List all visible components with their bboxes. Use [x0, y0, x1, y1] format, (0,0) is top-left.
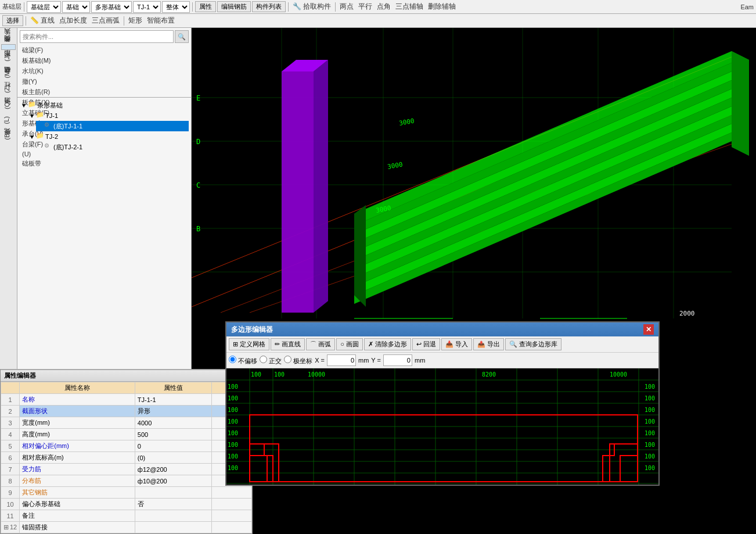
prop-cell-value[interactable]: ф12@200 — [135, 464, 211, 475]
nav-item-l[interactable]: (L) — [1, 113, 16, 127]
nav-item-component-type[interactable]: 构件类型 — [1, 44, 16, 50]
three-point-axis-btn[interactable]: 三点辅轴 — [394, 1, 425, 12]
tj-dropdown[interactable]: TJ-1 — [133, 1, 161, 13]
prop-row-9[interactable]: 10 偏心杀形基础 否 — [1, 499, 252, 510]
prop-row-11[interactable]: ⊞12 锚固搭接 — [1, 522, 252, 533]
nav-item-settings[interactable]: 设置 — [1, 30, 16, 36]
svg-rect-24 — [282, 71, 314, 313]
prop-cell-name: 分布筋 — [20, 475, 135, 487]
prop-cell-value[interactable]: 4000 — [135, 417, 211, 429]
prop-row-7[interactable]: 8 分布筋 ф10@200 — [1, 475, 252, 487]
tree-item-tj2[interactable]: ▼ 📁 TJ-2 — [28, 131, 189, 142]
nav-item-slab-base[interactable]: 板基础(M) — [1, 66, 16, 81]
property-btn[interactable]: 属性 — [195, 1, 216, 12]
expand-icon[interactable]: ⊞ — [3, 524, 9, 531]
svg-text:100: 100 — [228, 453, 238, 460]
nav-item-shell[interactable]: 壳板(B) — [1, 128, 16, 143]
prop-cell-value[interactable]: 0 — [135, 440, 211, 452]
svg-text:100: 100 — [645, 442, 655, 448]
prop-row-2[interactable]: 3 宽度(mm) 4000 — [1, 417, 252, 429]
pe-ortho-label[interactable]: 正交 — [260, 356, 282, 365]
type-item-water-pit[interactable]: 水坑(K) — [20, 66, 189, 76]
point-add-len-btn[interactable]: 点加长度 — [57, 15, 89, 26]
pe-polar-radio[interactable] — [284, 356, 291, 363]
prop-cell-value[interactable] — [135, 487, 211, 499]
edit-rebar-btn[interactable]: 编辑钢筋 — [217, 1, 251, 12]
prop-row-8[interactable]: 9 其它钢筋 — [1, 487, 252, 499]
svg-text:100: 100 — [228, 430, 238, 436]
tree-toggle-root[interactable]: ▼ — [21, 102, 28, 109]
smart-layout-btn[interactable]: 智能布置 — [145, 15, 177, 26]
pe-query-lib-btn[interactable]: 🔍 查询多边形库 — [505, 338, 561, 350]
prop-cell-value[interactable]: ф10@200 — [135, 475, 211, 487]
pe-y-input[interactable] — [383, 354, 412, 366]
prop-cell-value[interactable] — [135, 510, 211, 522]
del-axis-btn[interactable]: 删除辅轴 — [426, 1, 458, 12]
pick-component-btn[interactable]: 🔧 拾取构件 — [291, 1, 333, 12]
component-list-btn[interactable]: 构件列表 — [252, 1, 286, 12]
parallel-btn[interactable]: 平行 — [357, 1, 374, 12]
prop-cell-value[interactable]: (0) — [135, 452, 211, 464]
nav-item-graph[interactable]: 图形(J) — [1, 51, 16, 64]
pe-x-input[interactable] — [327, 354, 356, 366]
layer-dropdown[interactable]: 基础层 — [27, 1, 61, 13]
type-item-withdraw[interactable]: 撤(Y) — [20, 77, 189, 87]
pe-undo-btn[interactable]: ↩ 回退 — [412, 338, 440, 350]
search-button[interactable]: 🔍 — [175, 30, 189, 43]
polygon-editor-canvas[interactable]: 100 100 10000 8200 10000 100 100 100 100… — [226, 368, 658, 485]
pe-draw-arc-btn[interactable]: ⌒ 画弧 — [306, 338, 335, 350]
prop-row-10[interactable]: 11 备注 — [1, 510, 252, 522]
prop-cell-value[interactable]: 500 — [135, 429, 211, 440]
pe-export-btn[interactable]: 📤 导出 — [473, 338, 504, 350]
prop-row-0[interactable]: 1 名称 TJ-1-1 — [1, 394, 252, 406]
two-point-btn[interactable]: 两点 — [338, 1, 355, 12]
tree-item-tj2-1[interactable]: ⚙ (底)TJ-2-1 — [36, 142, 189, 152]
line-btn[interactable]: 📏 直线 — [28, 15, 56, 26]
tree-toggle-tj2[interactable]: ▼ — [29, 134, 36, 140]
pe-canvas-svg: 100 100 10000 8200 10000 100 100 100 100… — [226, 368, 658, 485]
base-dropdown[interactable]: 基础 — [62, 1, 90, 13]
prop-row-5[interactable]: 6 相对底标高(m) (0) — [1, 452, 252, 464]
prop-cell-value[interactable]: 否 — [135, 499, 211, 510]
select-btn[interactable]: 选择 — [2, 15, 23, 26]
prop-row-1[interactable]: 2 截面形状 异形 — [1, 406, 252, 417]
query-icon: 🔍 — [509, 341, 517, 347]
prop-col-name: 属性名称 — [20, 382, 135, 394]
svg-line-15 — [250, 144, 732, 313]
pe-polar-label[interactable]: 极坐标 — [284, 356, 312, 365]
nav-item-column[interactable]: 柱(Z) — [1, 82, 16, 96]
rect-btn[interactable]: 矩形 — [127, 15, 144, 26]
point-angle-btn[interactable]: 点角 — [375, 1, 393, 12]
prop-cell-value[interactable] — [135, 522, 211, 533]
nav-item-shear-wall[interactable]: 力墙(Q) — [1, 97, 16, 112]
pe-import-btn[interactable]: 📥 导入 — [441, 338, 472, 350]
prop-row-6[interactable]: 7 受力筋 ф12@200 — [1, 464, 252, 475]
svg-text:3000: 3000 — [387, 161, 403, 171]
type-item-main-rebar[interactable]: 板主筋(R) — [20, 87, 189, 97]
type-item-foundation-beam[interactable]: 础梁(F) — [20, 45, 189, 55]
pe-no-move-radio[interactable] — [229, 356, 236, 363]
tree-item-tj1-1[interactable]: ⚙ (底)TJ-1-1 — [36, 121, 189, 131]
three-arc-btn[interactable]: 三点画弧 — [90, 15, 121, 26]
prop-cell-value[interactable]: 异形 — [135, 406, 211, 417]
pe-ortho-radio[interactable] — [260, 356, 267, 363]
nav-item-input[interactable]: 输入 — [1, 37, 16, 43]
pe-draw-line-btn[interactable]: ✏ 画直线 — [271, 338, 305, 350]
pe-define-grid-btn[interactable]: ⊞ 定义网格 — [229, 338, 269, 350]
prop-row-4[interactable]: 5 相对偏心距(mm) 0 — [1, 440, 252, 452]
whole-dropdown[interactable]: 整体 — [162, 1, 190, 13]
svg-marker-39 — [354, 205, 366, 307]
prop-row-3[interactable]: 4 高度(mm) 500 — [1, 429, 252, 440]
type-item-slab-base2[interactable]: 板基础(M) — [20, 56, 189, 66]
prop-cell-value[interactable]: TJ-1-1 — [135, 394, 211, 406]
pe-no-move-label[interactable]: 不偏移 — [229, 356, 257, 365]
tree-item-tj1[interactable]: ▼ 📁 TJ-1 — [28, 110, 189, 121]
search-input[interactable] — [20, 30, 174, 43]
pe-clear-poly-btn[interactable]: ✗ 清除多边形 — [364, 338, 411, 350]
tree-toggle-tj1[interactable]: ▼ — [29, 113, 36, 119]
pe-draw-circle-btn[interactable]: ○ 画圆 — [336, 338, 363, 350]
svg-text:100: 100 — [228, 395, 238, 402]
poly-dropdown[interactable]: 多形基础 — [91, 1, 132, 13]
polygon-editor-close-btn[interactable]: ✕ — [643, 324, 654, 335]
tree-item-root[interactable]: ▼ 📁 条形基础 — [20, 100, 189, 110]
